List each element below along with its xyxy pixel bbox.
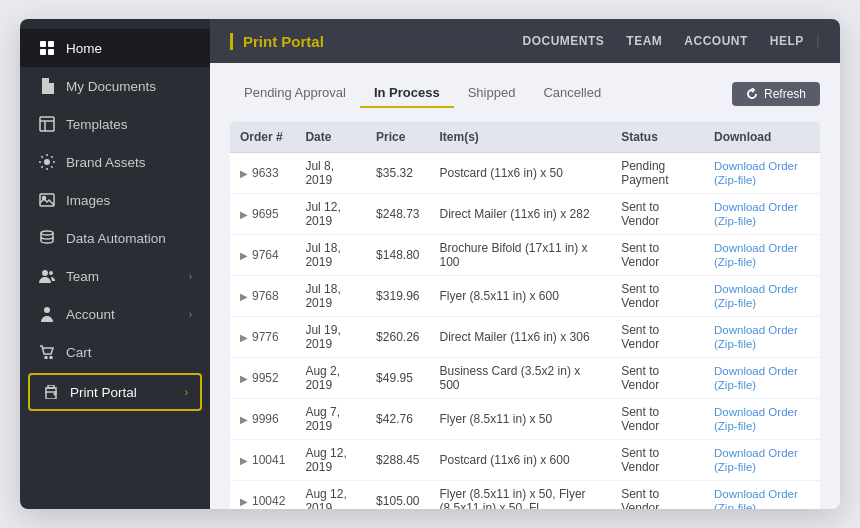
download-link[interactable]: Download Order (Zip-file) [714, 160, 798, 186]
sidebar-item-brand-assets[interactable]: Brand Assets [20, 143, 210, 181]
svg-point-11 [42, 270, 48, 276]
nav-team[interactable]: TEAM [626, 34, 662, 48]
download-link[interactable]: Download Order (Zip-file) [714, 488, 798, 509]
order-num-cell: ▶9776 [230, 317, 295, 358]
download-cell[interactable]: Download Order (Zip-file) [704, 317, 820, 358]
nav-help[interactable]: HELP [770, 34, 804, 48]
nav-divider: | [816, 32, 820, 50]
account-chevron-icon: › [189, 309, 192, 320]
sidebar-item-cart[interactable]: Cart [20, 333, 210, 371]
status-cell: Sent to Vendor [611, 276, 704, 317]
order-num-cell: ▶9768 [230, 276, 295, 317]
team-chevron-icon: › [189, 271, 192, 282]
item-cell: Postcard (11x6 in) x 600 [430, 440, 612, 481]
print-portal-chevron-icon: › [185, 387, 188, 398]
status-cell: Pending Payment [611, 153, 704, 194]
sidebar-item-cart-label: Cart [66, 345, 92, 360]
download-link[interactable]: Download Order (Zip-file) [714, 242, 798, 268]
download-cell[interactable]: Download Order (Zip-file) [704, 153, 820, 194]
date-cell: Aug 7, 2019 [295, 399, 366, 440]
table-row: ▶9633 Jul 8, 2019 $35.32 Postcard (11x6 … [230, 153, 820, 194]
sidebar-item-brand-assets-label: Brand Assets [66, 155, 146, 170]
price-cell: $248.73 [366, 194, 429, 235]
order-num-cell: ▶9952 [230, 358, 295, 399]
table-header-row: Order # Date Price Item(s) Status Downlo… [230, 122, 820, 153]
download-cell[interactable]: Download Order (Zip-file) [704, 194, 820, 235]
item-cell: Postcard (11x6 in) x 50 [430, 153, 612, 194]
nav-documents[interactable]: DOCUMENTS [522, 34, 604, 48]
tab-pending-approval[interactable]: Pending Approval [230, 79, 360, 108]
download-link[interactable]: Download Order (Zip-file) [714, 365, 798, 391]
table-row: ▶9695 Jul 12, 2019 $248.73 Direct Mailer… [230, 194, 820, 235]
person-icon [38, 305, 56, 323]
svg-rect-1 [48, 41, 54, 47]
svg-point-10 [41, 231, 53, 235]
sidebar-item-my-documents[interactable]: My Documents [20, 67, 210, 105]
download-link[interactable]: Download Order (Zip-file) [714, 406, 798, 432]
sidebar-item-account[interactable]: Account › [20, 295, 210, 333]
sidebar-item-team-label: Team [66, 269, 99, 284]
price-cell: $319.96 [366, 276, 429, 317]
date-cell: Jul 12, 2019 [295, 194, 366, 235]
col-price: Price [366, 122, 429, 153]
table-row: ▶9776 Jul 19, 2019 $260.26 Direct Mailer… [230, 317, 820, 358]
tab-shipped[interactable]: Shipped [454, 79, 530, 108]
download-link[interactable]: Download Order (Zip-file) [714, 283, 798, 309]
sidebar-item-templates[interactable]: Templates [20, 105, 210, 143]
status-cell: Sent to Vendor [611, 481, 704, 510]
nav-account[interactable]: ACCOUNT [684, 34, 748, 48]
sidebar-item-data-automation[interactable]: Data Automation [20, 219, 210, 257]
sidebar-item-images[interactable]: Images [20, 181, 210, 219]
table-row: ▶10041 Aug 12, 2019 $288.45 Postcard (11… [230, 440, 820, 481]
printer-icon [42, 383, 60, 401]
download-cell[interactable]: Download Order (Zip-file) [704, 276, 820, 317]
col-date: Date [295, 122, 366, 153]
table-row: ▶9952 Aug 2, 2019 $49.95 Business Card (… [230, 358, 820, 399]
svg-rect-0 [40, 41, 46, 47]
download-cell[interactable]: Download Order (Zip-file) [704, 358, 820, 399]
sidebar-item-templates-label: Templates [66, 117, 128, 132]
sidebar-item-data-automation-label: Data Automation [66, 231, 166, 246]
date-cell: Jul 18, 2019 [295, 276, 366, 317]
svg-point-18 [54, 393, 56, 395]
download-cell[interactable]: Download Order (Zip-file) [704, 399, 820, 440]
row-arrow-icon: ▶ [240, 250, 248, 261]
refresh-button[interactable]: Refresh [732, 82, 820, 106]
order-num-cell: ▶9695 [230, 194, 295, 235]
price-cell: $42.76 [366, 399, 429, 440]
row-arrow-icon: ▶ [240, 455, 248, 466]
sidebar-item-home[interactable]: Home [20, 29, 210, 67]
download-cell[interactable]: Download Order (Zip-file) [704, 440, 820, 481]
col-status: Status [611, 122, 704, 153]
date-cell: Aug 12, 2019 [295, 481, 366, 510]
tab-cancelled[interactable]: Cancelled [529, 79, 615, 108]
sidebar-item-images-label: Images [66, 193, 110, 208]
status-cell: Sent to Vendor [611, 358, 704, 399]
download-link[interactable]: Download Order (Zip-file) [714, 201, 798, 227]
item-cell: Direct Mailer (11x6 in) x 282 [430, 194, 612, 235]
download-link[interactable]: Download Order (Zip-file) [714, 324, 798, 350]
status-cell: Sent to Vendor [611, 440, 704, 481]
col-order: Order # [230, 122, 295, 153]
svg-point-14 [45, 357, 47, 359]
order-num-cell: ▶9996 [230, 399, 295, 440]
date-cell: Jul 19, 2019 [295, 317, 366, 358]
download-cell[interactable]: Download Order (Zip-file) [704, 235, 820, 276]
price-cell: $148.80 [366, 235, 429, 276]
status-cell: Sent to Vendor [611, 235, 704, 276]
svg-rect-2 [40, 49, 46, 55]
sidebar-item-print-portal[interactable]: Print Portal › [28, 373, 202, 411]
sidebar-item-print-portal-label: Print Portal [70, 385, 137, 400]
order-num-cell: ▶10042 [230, 481, 295, 510]
sidebar-item-home-label: Home [66, 41, 102, 56]
download-link[interactable]: Download Order (Zip-file) [714, 447, 798, 473]
row-arrow-icon: ▶ [240, 414, 248, 425]
sidebar-item-team[interactable]: Team › [20, 257, 210, 295]
download-cell[interactable]: Download Order (Zip-file) [704, 481, 820, 510]
file-icon [38, 77, 56, 95]
tab-in-process[interactable]: In Process [360, 79, 454, 108]
price-cell: $260.26 [366, 317, 429, 358]
row-arrow-icon: ▶ [240, 209, 248, 220]
database-icon [38, 229, 56, 247]
settings-icon [38, 153, 56, 171]
